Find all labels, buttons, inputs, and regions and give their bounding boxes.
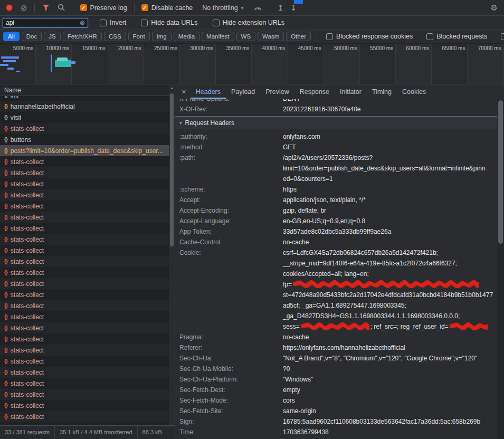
request-headers-section[interactable]: ▾ Request Headers [175,117,497,129]
hide-data-urls-toggle[interactable]: Hide data URLs [141,19,197,26]
tab-preview[interactable]: Preview [260,84,294,99]
scrollbar-thumb[interactable] [498,100,503,244]
request-row[interactable]: {}stats-collect [0,167,175,178]
tab-headers[interactable]: Headers [191,84,226,99]
3rd-party-requests-toggle[interactable]: 3rd-party requests [501,33,504,40]
details-scrollbar[interactable] [497,99,504,439]
request-row[interactable]: {}stats-collect [0,300,175,311]
import-har-icon[interactable]: ↥ [277,4,284,12]
request-row[interactable]: {}stats-collect [0,333,175,345]
type-filter-fetch-xhr[interactable]: Fetch/XHR [63,32,102,41]
checkbox-unchecked-icon[interactable] [326,33,333,40]
type-filter-all[interactable]: All [3,32,20,41]
request-row[interactable]: {}stats-collect [0,411,175,422]
request-list-viewport: {}init{}hannahelizabethofficial{}visit{}… [0,96,175,425]
request-row[interactable]: {}stats-collect [0,311,175,322]
tab-response[interactable]: Response [294,84,335,99]
clear-icon[interactable]: ⊘ [21,4,27,12]
invert-toggle[interactable]: Invert [100,19,126,26]
request-row[interactable]: {}stats-collect [0,245,175,256]
request-row[interactable]: {}stats-collect [0,234,175,245]
header-name: Sec-Ch-Ua: [179,353,283,364]
checkbox-unchecked-icon[interactable] [141,20,148,26]
header-value: 16785:5aad9602cf110608b03133de563642fac1… [283,416,480,427]
header-value: ?0 [283,364,290,374]
tab-initiator[interactable]: Initiator [335,84,367,99]
tab-timing[interactable]: Timing [367,84,397,99]
waterfall-overview[interactable]: 5000 ms10000 ms15000 ms20000 ms25000 ms3… [0,44,504,84]
header-row: X-Frame-Options:DENY [175,99,497,104]
request-row[interactable]: {}stats-collect [0,189,175,201]
request-row[interactable]: {}buttons [0,134,175,145]
request-row[interactable]: {}stats-collect [0,201,175,212]
request-row[interactable]: {}stats-collect [0,256,175,267]
json-braces-icon: {} [4,414,7,419]
checkbox-unchecked-icon[interactable] [213,20,220,26]
type-filter-doc[interactable]: Doc [22,32,42,41]
filter-input[interactable]: api ⊗ [3,18,88,28]
blocked-response-cookies-toggle[interactable]: Blocked response cookies [326,33,413,40]
scroll-up-icon[interactable]: ▴ [169,85,175,91]
header-name: Accept: [179,195,283,205]
request-row[interactable]: {}posts?limit=10&order=publish_date_desc… [0,145,175,156]
request-row[interactable]: {}stats-collect [0,389,175,400]
request-row[interactable]: {}stats-collect [0,356,175,367]
request-row[interactable]: {}stats-collect [0,367,175,378]
tab-payload[interactable]: Payload [226,84,260,99]
close-icon[interactable]: × [182,87,186,96]
request-row[interactable]: {}visit [0,112,175,123]
header-value: empty [283,385,300,395]
type-filter-bar: AllDocJSFetch/XHRCSSFontImgMediaManifest… [3,32,313,41]
hide-extension-urls-toggle[interactable]: Hide extension URLs [213,19,284,26]
request-row[interactable]: {}stats-collect [0,345,175,356]
request-row[interactable]: {}init [0,96,175,101]
checkbox-unchecked-icon[interactable] [501,33,504,40]
type-filter-js[interactable]: JS [44,32,60,41]
type-filter-manifest[interactable]: Manifest [202,32,234,41]
header-value-line: cors [283,395,295,406]
request-row[interactable]: {}stats-collect [0,378,175,389]
type-filter-other[interactable]: Other [286,32,311,41]
request-list-scrollbar[interactable]: ▴ [169,85,175,425]
checkbox-unchecked-icon[interactable] [100,20,107,26]
disable-cache-toggle[interactable]: ✓ Disable cache [141,4,193,12]
request-row[interactable]: {}stats-collect [0,289,175,300]
tab-cookies[interactable]: Cookies [397,84,431,99]
search-icon[interactable] [58,4,65,12]
settings-gear-icon[interactable]: ⚙ [491,4,498,12]
type-filter-wasm[interactable]: Wasm [258,32,284,41]
network-conditions-icon[interactable] [253,4,262,11]
preserve-log-toggle[interactable]: ✓ Preserve log [80,4,127,12]
clear-filter-icon[interactable]: ⊗ [80,19,85,26]
blocked-requests-toggle[interactable]: Blocked requests [426,33,487,40]
request-row[interactable]: {}stats-collect [0,178,175,189]
request-row[interactable]: {}stats-collect [0,223,175,234]
type-filter-media[interactable]: Media [174,32,199,41]
request-row[interactable]: {}stats-collect [0,322,175,333]
export-har-icon[interactable]: ↧ [290,4,297,12]
request-row[interactable]: {}stats-collect [0,212,175,223]
request-name: stats-collect [11,402,44,409]
request-row[interactable]: {}stats-collect [0,400,175,411]
request-row[interactable]: {}stats-collect [0,278,175,289]
checkbox-checked-icon[interactable]: ✓ [80,4,87,11]
request-row[interactable]: {}stats-collect [0,123,175,134]
type-filter-font[interactable]: Font [128,32,150,41]
record-button[interactable] [6,5,12,11]
request-row[interactable]: {}stats-collect [0,267,175,278]
throttling-select[interactable]: No throttling ▾ [202,4,243,12]
header-value: csrf=LdfcGX4Sa72db06824c657db26a5d142472… [283,247,493,332]
header-value-text: ?0 [283,365,290,373]
request-row[interactable]: {}stats-collect [0,156,175,167]
checkbox-unchecked-icon[interactable] [426,33,433,40]
filter-funnel-icon[interactable] [43,5,50,11]
type-filter-img[interactable]: Img [152,32,172,41]
request-row[interactable]: {}hannahelizabethofficial [0,101,175,112]
name-column-header[interactable]: Name [0,84,175,96]
type-filter-css[interactable]: CSS [104,32,126,41]
type-filter-ws[interactable]: WS [236,32,256,41]
checkbox-checked-icon[interactable]: ✓ [141,4,148,11]
request-name: stats-collect [11,358,44,365]
scrollbar-thumb[interactable] [170,93,174,246]
details-tab-bar: × HeadersPayloadPreviewResponseInitiator… [175,84,504,99]
